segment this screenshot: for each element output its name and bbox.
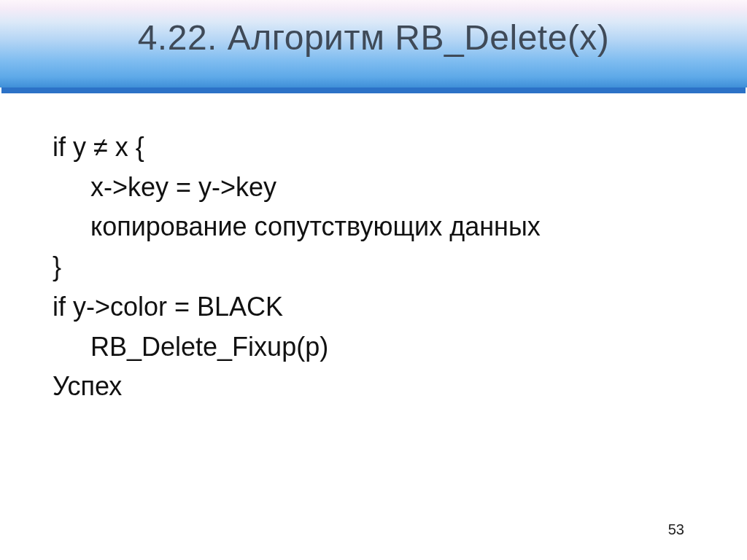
code-line: RB_Delete_Fixup(p) xyxy=(53,327,703,368)
slide-title: 4.22. Алгоритм RB_Delete(x) xyxy=(0,18,747,58)
title-underline xyxy=(1,88,746,93)
code-line: if y->color = BLACK xyxy=(53,287,703,327)
code-line: if y ≠ x { xyxy=(53,128,703,168)
code-line: Успех xyxy=(53,367,703,407)
code-line: } xyxy=(53,247,703,287)
slide-content: if y ≠ x { x->key = y->key копирование с… xyxy=(53,128,703,407)
header-band: 4.22. Алгоритм RB_Delete(x) xyxy=(0,0,747,88)
slide: 4.22. Алгоритм RB_Delete(x) if y ≠ x { x… xyxy=(0,0,747,560)
code-line: x->key = y->key xyxy=(53,168,703,208)
page-number: 53 xyxy=(668,521,684,538)
code-line: копирование сопутствующих данных xyxy=(53,207,703,247)
